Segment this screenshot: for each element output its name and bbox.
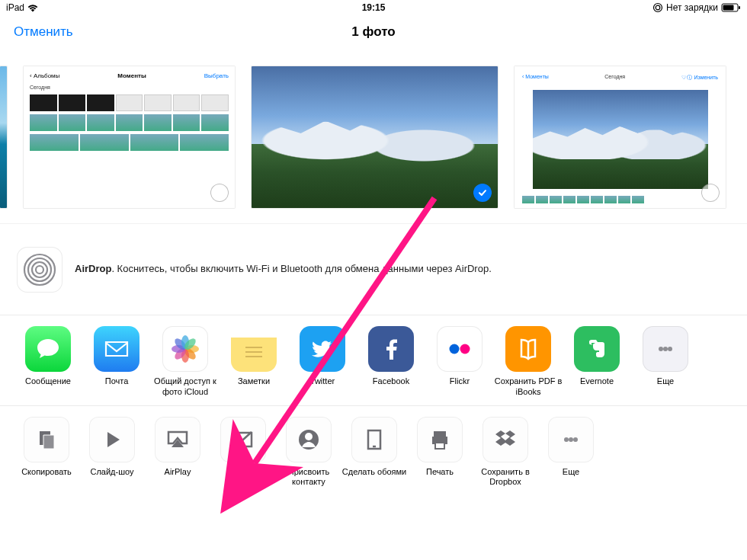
charge-label: Нет зарядки xyxy=(666,2,718,13)
flickr-icon xyxy=(437,326,483,372)
app-label: Flickr xyxy=(450,376,470,396)
airdrop-text: AirDrop. Коснитесь, чтобы включить Wi-Fi… xyxy=(75,262,492,276)
photo-carousel[interactable]: ‹ АльбомыМоментыВыбрать Сегодня ‹ Момент… xyxy=(0,49,747,224)
share-app-more[interactable]: Еще xyxy=(631,326,700,398)
photo-thumb[interactable]: ‹ АльбомыМоментыВыбрать Сегодня xyxy=(23,66,236,209)
app-label: Общий доступ к фото iCloud xyxy=(151,376,220,398)
app-label: Сохранить PDF в iBooks xyxy=(494,376,563,398)
svg-point-17 xyxy=(450,344,460,354)
evernote-icon xyxy=(574,326,620,372)
status-time: 19:15 xyxy=(362,2,386,13)
action-play[interactable]: Слайд-шоу xyxy=(79,417,145,488)
share-apps-row[interactable]: СообщениеПочтаОбщий доступ к фото iCloud… xyxy=(0,315,747,406)
battery-icon xyxy=(721,3,741,12)
page-title: 1 фото xyxy=(351,24,395,40)
device-label: iPad xyxy=(6,2,24,13)
share-app-photos[interactable]: Общий доступ к фото iCloud xyxy=(151,326,220,398)
select-badge-selected[interactable] xyxy=(473,184,492,202)
share-app-mail[interactable]: Почта xyxy=(82,326,151,398)
airdrop-section: AirDrop. Коснитесь, чтобы включить Wi-Fi… xyxy=(0,224,747,315)
airdrop-bold: AirDrop xyxy=(75,263,111,274)
copy-icon xyxy=(24,417,69,462)
action-hide[interactable]: Скрыть xyxy=(210,417,276,488)
action-copy[interactable]: Скопировать xyxy=(14,417,79,488)
message-icon xyxy=(25,326,71,372)
action-dropbox[interactable]: Сохранить в Dropbox xyxy=(473,417,538,488)
svg-point-25 xyxy=(569,437,573,442)
action-contact[interactable]: Присвоить контакту xyxy=(276,417,341,488)
share-app-flickr[interactable]: Flickr xyxy=(425,326,494,398)
action-airplay[interactable]: AirPlay xyxy=(145,417,210,488)
share-app-evernote[interactable]: Evernote xyxy=(563,326,631,398)
action-label: Еще xyxy=(563,467,579,487)
select-badge[interactable] xyxy=(210,184,229,202)
svg-point-18 xyxy=(460,344,470,354)
svg-point-21 xyxy=(668,347,672,351)
notes-icon xyxy=(231,326,277,372)
svg-point-19 xyxy=(659,347,663,351)
svg-point-1 xyxy=(656,5,660,10)
airplay-icon xyxy=(155,417,200,462)
photo-thumb[interactable] xyxy=(0,66,8,209)
share-app-ibooks[interactable]: Сохранить PDF в iBooks xyxy=(494,326,563,398)
svg-rect-4 xyxy=(739,6,740,9)
wifi-icon xyxy=(27,4,38,12)
share-app-twitter[interactable]: Twitter xyxy=(288,326,357,398)
select-badge[interactable] xyxy=(701,184,720,202)
status-left: iPad xyxy=(6,2,38,13)
airdrop-desc: . Коснитесь, чтобы включить Wi-Fi и Blue… xyxy=(111,263,491,274)
action-label: Слайд-шоу xyxy=(90,467,133,487)
dropbox-icon xyxy=(483,417,528,462)
app-label: Сообщение xyxy=(25,376,71,396)
photos-icon xyxy=(162,326,208,372)
nav-bar: Отменить 1 фото xyxy=(0,15,747,49)
share-app-message[interactable]: Сообщение xyxy=(14,326,82,398)
do-not-charge-icon xyxy=(652,2,663,13)
hide-icon xyxy=(220,417,266,462)
play-icon xyxy=(89,417,135,462)
action-print[interactable]: Печать xyxy=(407,417,473,488)
action-label: Присвоить контакту xyxy=(276,467,341,488)
svg-point-0 xyxy=(654,4,662,12)
ibooks-icon xyxy=(505,326,551,372)
status-bar: iPad 19:15 Нет зарядки xyxy=(0,0,747,15)
action-label: Сделать обоями xyxy=(342,467,406,487)
svg-point-24 xyxy=(564,437,569,442)
app-label: Facebook xyxy=(373,376,409,396)
app-label: Почта xyxy=(105,376,129,396)
airdrop-icon[interactable] xyxy=(17,247,63,293)
app-label: Еще xyxy=(657,376,674,396)
more-icon xyxy=(643,326,688,372)
share-app-facebook[interactable]: Facebook xyxy=(357,326,425,398)
svg-point-6 xyxy=(32,262,47,277)
action-label: Скрыть xyxy=(229,467,258,487)
share-app-notes[interactable]: Заметки xyxy=(220,326,288,398)
svg-rect-3 xyxy=(723,5,734,11)
action-wallpaper[interactable]: Сделать обоями xyxy=(341,417,407,488)
wallpaper-icon xyxy=(351,417,397,462)
svg-point-23 xyxy=(305,433,313,440)
action-label: AirPlay xyxy=(165,467,191,487)
app-label: Evernote xyxy=(580,376,614,396)
more-icon xyxy=(548,417,594,462)
cancel-button[interactable]: Отменить xyxy=(14,24,73,40)
app-label: Twitter xyxy=(310,376,335,396)
mail-icon xyxy=(94,326,139,372)
facebook-icon xyxy=(368,326,414,372)
photo-thumb[interactable]: ‹ МоментыСегодня♡ ⓘ Изменить xyxy=(514,66,726,209)
photo-thumb[interactable] xyxy=(251,66,499,209)
svg-point-5 xyxy=(36,266,43,274)
svg-point-26 xyxy=(573,437,578,442)
action-label: Скопировать xyxy=(21,467,72,487)
contact-icon xyxy=(286,417,332,462)
status-right: Нет зарядки xyxy=(652,2,741,13)
app-label: Заметки xyxy=(238,376,270,396)
twitter-icon xyxy=(300,326,345,372)
svg-point-20 xyxy=(663,347,668,351)
print-icon xyxy=(417,417,463,462)
action-label: Сохранить в Dropbox xyxy=(473,467,538,488)
action-row[interactable]: СкопироватьСлайд-шоуAirPlayСкрытьПрисвои… xyxy=(0,406,747,496)
action-label: Печать xyxy=(426,467,454,487)
action-more[interactable]: Еще xyxy=(538,417,604,488)
